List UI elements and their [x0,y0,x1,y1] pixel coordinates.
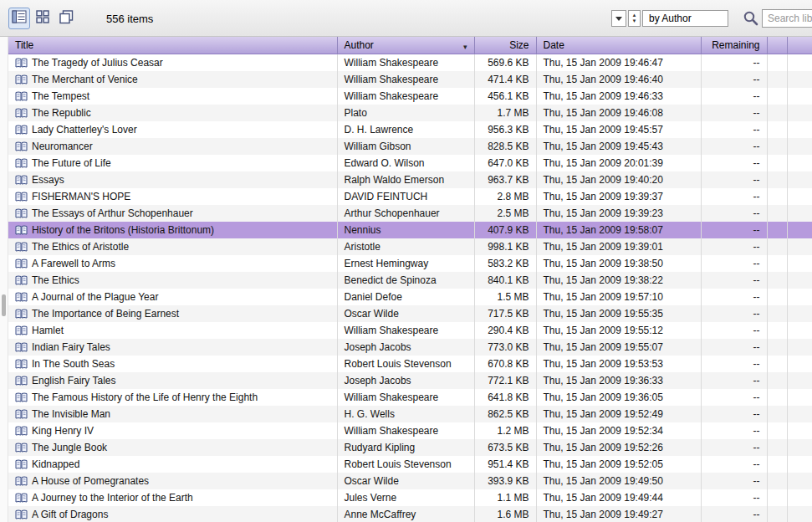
book-date: Thu, 15 Jan 2009 19:45:43 [536,138,701,155]
table-row[interactable]: A Gift of Dragons Anne McCaffrey 1.6 MB … [8,506,812,522]
library-dropdown-button[interactable] [611,10,626,27]
row-spacer-1 [767,54,787,71]
table-row[interactable]: FISHERMAN'S HOPE DAVID FEINTUCH 2.8 MB T… [8,188,812,205]
column-header-size[interactable]: Size [474,37,536,54]
table-row[interactable]: The Ethics of Aristotle Aristotle 998.1 … [8,238,812,255]
book-remaining: -- [701,473,767,489]
grid-view-button[interactable] [32,8,54,29]
cover-view-icon [59,10,74,28]
table-row[interactable]: King Henry IV William Shakespeare 1.2 MB… [8,422,812,439]
row-spacer-2 [787,322,812,339]
sort-by-combobox[interactable]: by Author [642,10,728,27]
table-row[interactable]: A Journal of the Plague Year Daniel Defo… [8,289,812,305]
table-row[interactable]: The Tempest William Shakespeare 456.1 KB… [8,88,812,105]
row-spacer-1 [767,473,787,489]
table-row[interactable]: The Jungle Book Rudyard Kipling 673.5 KB… [8,439,812,456]
book-remaining: -- [701,138,767,155]
book-size: 1.6 MB [474,506,536,522]
table-row[interactable]: The Invisible Man H. G. Wells 862.5 KB T… [8,406,812,422]
chevron-down-icon [615,17,622,21]
table-row[interactable]: The Essays of Arthur Schopenhauer Arthur… [8,205,812,222]
row-spacer-1 [767,489,787,506]
book-date: Thu, 15 Jan 2009 19:40:20 [536,171,701,188]
book-date: Thu, 15 Jan 2009 19:55:07 [536,339,701,356]
row-spacer-1 [767,406,787,422]
book-title: The Ethics [32,274,79,286]
book-size: 407.9 KB [474,222,536,238]
table-row[interactable]: A Journey to the Interior of the Earth J… [8,489,812,506]
table-row[interactable]: The Merchant of Venice William Shakespea… [8,71,812,88]
row-spacer-2 [787,339,812,356]
book-date: Thu, 15 Jan 2009 19:52:26 [536,439,701,456]
book-author: Daniel Defoe [337,289,474,305]
book-title: A Journal of the Plague Year [32,291,158,303]
table-row[interactable]: English Fairy Tales Joseph Jacobs 772.1 … [8,372,812,389]
book-size: 998.1 KB [474,238,536,255]
row-spacer-2 [787,205,812,222]
book-size: 772.1 KB [474,372,536,389]
book-remaining: -- [701,456,767,473]
book-author: Oscar Wilde [337,305,474,322]
splitter-handle[interactable] [2,294,6,316]
column-header-remaining[interactable]: Remaining [701,37,767,54]
table-row[interactable]: Lady Chatterley's Lover D. H. Lawrence 9… [8,121,812,138]
table-row[interactable]: History of the Britons (Historia Britton… [8,222,812,238]
sort-direction-spinner[interactable]: ▲ ▼ [628,10,641,27]
book-date: Thu, 15 Jan 2009 19:45:57 [536,121,701,138]
table-row[interactable]: The Tragedy of Julius Ceasar William Sha… [8,54,812,71]
row-spacer-2 [787,121,812,138]
table-row[interactable]: Kidnapped Robert Louis Stevenson 951.4 K… [8,456,812,473]
row-spacer-1 [767,138,787,155]
search-input[interactable] [762,9,812,28]
table-row[interactable]: The Famous History of the Life of Henry … [8,389,812,406]
row-spacer-1 [767,238,787,255]
table-row[interactable]: The Ethics Benedict de Spinoza 840.1 KB … [8,272,812,289]
table-row[interactable]: A Farewell to Arms Ernest Hemingway 583.… [8,255,812,272]
table-row[interactable]: In The South Seas Robert Louis Stevenson… [8,356,812,372]
table-row[interactable]: Essays Ralph Waldo Emerson 963.7 KB Thu,… [8,171,812,188]
book-date: Thu, 15 Jan 2009 19:46:08 [536,105,701,121]
table-row[interactable]: Indian Fairy Tales Joseph Jacobs 773.0 K… [8,339,812,356]
table-row[interactable]: Neuromancer William Gibson 828.5 KB Thu,… [8,138,812,155]
row-spacer-1 [767,389,787,406]
book-size: 673.5 KB [474,439,536,456]
row-spacer-1 [767,372,787,389]
book-author: William Shakespeare [337,54,474,71]
book-author: Joseph Jacobs [337,372,474,389]
grid-view-icon [36,10,49,27]
column-header-title[interactable]: Title [8,37,337,54]
row-spacer-1 [767,71,787,88]
book-date: Thu, 15 Jan 2009 19:58:07 [536,222,701,238]
book-title: A House of Pomegranates [32,475,149,487]
book-title: A Farewell to Arms [32,258,115,269]
book-size: 2.8 MB [474,188,536,205]
book-icon [15,291,32,303]
cover-view-button[interactable] [55,8,77,29]
book-author: Aristotle [337,238,474,255]
book-icon [15,492,32,504]
column-header-date[interactable]: Date [536,37,701,54]
book-title: The Merchant of Venice [32,74,138,85]
book-icon [15,141,32,152]
row-spacer-2 [787,138,812,155]
column-header-author[interactable]: Author ▾ [337,37,474,54]
table-row[interactable]: The Republic Plato 1.7 MB Thu, 15 Jan 20… [8,105,812,121]
book-date: Thu, 15 Jan 2009 19:36:05 [536,389,701,406]
book-remaining: -- [701,356,767,372]
table-row[interactable]: Hamlet William Shakespeare 290.4 KB Thu,… [8,322,812,339]
search-icon[interactable] [743,10,758,29]
table-row[interactable]: The Importance of Being Earnest Oscar Wi… [8,305,812,322]
book-date: Thu, 15 Jan 2009 19:49:27 [536,506,701,522]
book-size: 1.1 MB [474,489,536,506]
book-title: A Journey to the Interior of the Earth [32,492,193,504]
book-icon [15,425,32,437]
book-size: 393.9 KB [474,473,536,489]
book-icon [15,191,32,202]
table-row[interactable]: The Future of Life Edward O. Wilson 647.… [8,155,812,171]
book-title: The Future of Life [32,157,111,169]
row-spacer-1 [767,272,787,289]
book-icon [15,308,32,320]
table-row[interactable]: A House of Pomegranates Oscar Wilde 393.… [8,473,812,489]
book-icon [15,475,32,487]
list-view-button[interactable] [8,8,30,29]
